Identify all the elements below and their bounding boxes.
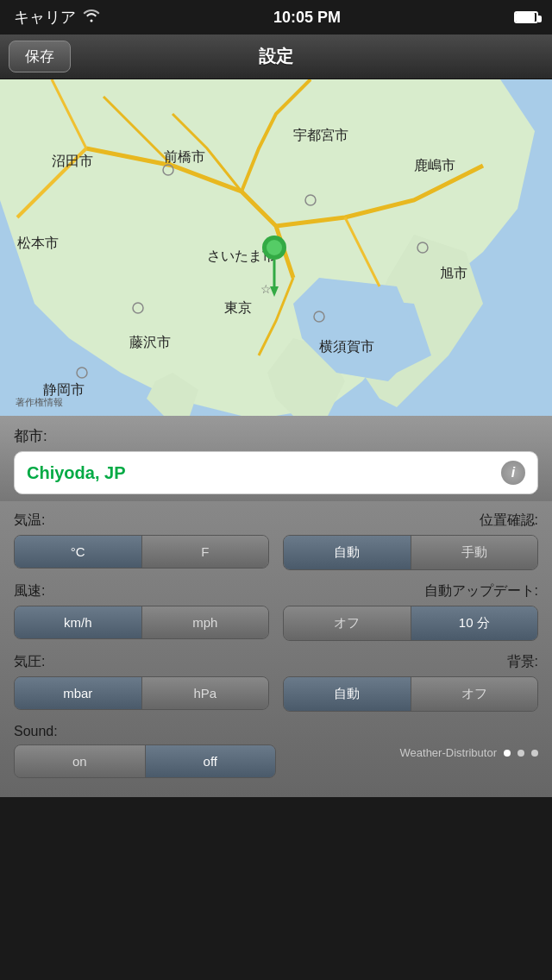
pressure-control[interactable]: mbar hPa — [14, 676, 269, 710]
mbar-button[interactable]: mbar — [15, 677, 142, 709]
wifi-icon — [83, 9, 100, 27]
svg-text:著作権情報: 著作権情報 — [16, 397, 63, 407]
status-right — [514, 11, 538, 23]
city-input-row[interactable]: Chiyoda, JP i — [14, 451, 538, 494]
temperature-label: 気温: — [14, 512, 269, 530]
settings-row-3: 気圧: mbar hPa 背景: 自動 オフ — [14, 653, 538, 712]
sound-on-button[interactable]: on — [15, 745, 146, 777]
sound-off-button[interactable]: off — [146, 745, 276, 777]
autoupdate-control[interactable]: オフ 10 分 — [283, 606, 538, 641]
hpa-button[interactable]: hPa — [142, 677, 269, 709]
sound-row: Sound: on off Weather-Distributor — [14, 724, 538, 778]
location-col: 位置確認: 自動 手動 — [283, 512, 538, 570]
autoupdate-10min-button[interactable]: 10 分 — [411, 606, 538, 640]
svg-text:静岡市: 静岡市 — [43, 382, 85, 397]
page-dot-1 — [504, 750, 511, 757]
autoupdate-col: 自動アップデート: オフ 10 分 — [283, 582, 538, 641]
footer-right: Weather-Distributor — [290, 724, 538, 759]
mph-button[interactable]: mph — [142, 606, 269, 638]
sound-control[interactable]: on off — [14, 744, 276, 778]
celsius-button[interactable]: °C — [15, 536, 142, 568]
wind-label: 風速: — [14, 582, 269, 600]
settings-grid: 気温: °C F 位置確認: 自動 手動 風速: km/h mph — [0, 501, 552, 797]
sound-col: Sound: on off — [14, 724, 276, 778]
location-control[interactable]: 自動 手動 — [283, 535, 538, 570]
autoupdate-off-button[interactable]: オフ — [284, 606, 411, 640]
city-name: Chiyoda, JP — [27, 463, 501, 483]
settings-panel: 都市: Chiyoda, JP i 気温: °C F 位置確認: 自動 — [0, 416, 552, 797]
bg-auto-button[interactable]: 自動 — [284, 677, 411, 711]
page-dot-2 — [518, 750, 524, 757]
battery-icon — [514, 11, 538, 23]
kmh-button[interactable]: km/h — [15, 606, 142, 638]
svg-text:松本市: 松本市 — [17, 236, 59, 250]
location-manual-button[interactable]: 手動 — [411, 536, 538, 569]
page-dot-3 — [531, 750, 538, 757]
pressure-label: 気圧: — [14, 653, 269, 671]
pressure-col: 気圧: mbar hPa — [14, 653, 269, 712]
distributor-label: Weather-Distributor — [400, 746, 497, 759]
wind-col: 風速: km/h mph — [14, 582, 269, 641]
map-area[interactable]: 沼田市 前橋市 宇都宮市 鹿嶋市 松本市 さいたま市 旭市 東京 藤沢市 横須賀… — [0, 79, 552, 416]
svg-text:東京: 東京 — [224, 300, 252, 315]
city-label: 都市: — [14, 426, 538, 446]
temperature-col: 気温: °C F — [14, 512, 269, 570]
info-button[interactable]: i — [501, 461, 525, 485]
svg-text:鹿嶋市: 鹿嶋市 — [414, 158, 455, 173]
location-label: 位置確認: — [283, 512, 538, 530]
status-time: 10:05 PM — [273, 9, 341, 27]
svg-text:藤沢市: 藤沢市 — [129, 335, 171, 349]
location-auto-button[interactable]: 自動 — [284, 536, 411, 569]
sound-label: Sound: — [14, 724, 276, 739]
bg-off-button[interactable]: オフ — [411, 677, 538, 711]
temperature-control[interactable]: °C F — [14, 535, 269, 569]
svg-text:前橋市: 前橋市 — [164, 149, 205, 164]
svg-text:横須賀市: 横須賀市 — [319, 339, 374, 354]
nav-bar: 保存 設定 — [0, 35, 552, 79]
background-control[interactable]: 自動 オフ — [283, 676, 538, 712]
autoupdate-label: 自動アップデート: — [283, 582, 538, 600]
page-title: 設定 — [259, 45, 293, 68]
status-bar: キャリア 10:05 PM — [0, 0, 552, 35]
background-col: 背景: 自動 オフ — [283, 653, 538, 712]
fahrenheit-button[interactable]: F — [142, 536, 269, 568]
status-left: キャリア — [14, 7, 100, 28]
settings-row-2: 風速: km/h mph 自動アップデート: オフ 10 分 — [14, 582, 538, 641]
svg-point-20 — [267, 240, 282, 255]
svg-text:☆: ☆ — [260, 282, 272, 296]
svg-text:沼田市: 沼田市 — [52, 154, 93, 168]
svg-text:宇都宮市: 宇都宮市 — [293, 128, 348, 142]
svg-text:旭市: 旭市 — [440, 266, 467, 280]
save-button[interactable]: 保存 — [9, 41, 71, 72]
background-label: 背景: — [283, 653, 538, 671]
carrier-label: キャリア — [14, 7, 76, 28]
settings-row-1: 気温: °C F 位置確認: 自動 手動 — [14, 512, 538, 570]
wind-control[interactable]: km/h mph — [14, 606, 269, 639]
city-section: 都市: Chiyoda, JP i — [0, 416, 552, 501]
